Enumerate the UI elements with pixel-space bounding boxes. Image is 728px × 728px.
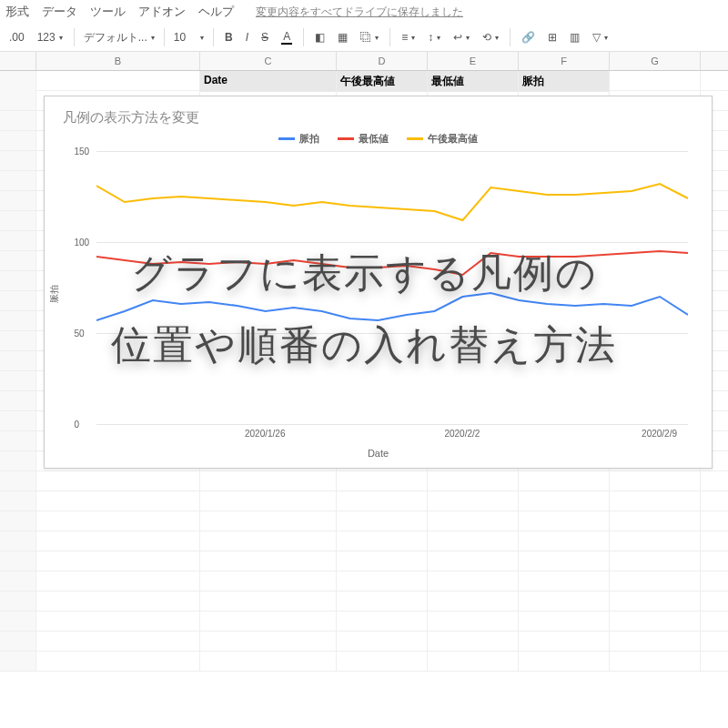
col-header[interactable]: F	[519, 52, 610, 70]
rotate-button[interactable]: ⟲▾	[477, 27, 504, 47]
save-status: 変更内容をすべてドライブに保存しました	[256, 5, 463, 20]
h-align-button[interactable]: ≡▾	[396, 27, 420, 47]
link-button[interactable]: 🔗	[516, 27, 541, 47]
chart-lines	[96, 151, 688, 424]
legend-swatch	[338, 137, 354, 140]
col-header[interactable]: D	[337, 52, 428, 70]
italic-button[interactable]: I	[240, 27, 254, 47]
cell-header-high[interactable]: 午後最高値	[337, 71, 428, 92]
separator	[164, 28, 165, 46]
table-row	[0, 491, 728, 511]
column-headers: B C D E F G H	[0, 52, 728, 71]
cell-header-low[interactable]: 最低値	[428, 71, 519, 92]
legend-swatch	[407, 137, 423, 140]
col-header[interactable]: H	[701, 52, 728, 70]
col-header[interactable]: G	[610, 52, 701, 70]
table-row	[0, 551, 728, 571]
col-header[interactable]: B	[36, 52, 200, 70]
row-number[interactable]	[0, 91, 36, 110]
table-row	[0, 652, 728, 672]
cell[interactable]	[36, 71, 200, 92]
comment-button[interactable]: ⊞	[542, 27, 562, 47]
v-align-button[interactable]: ↕▾	[422, 27, 446, 47]
decrease-decimal-button[interactable]: .00	[4, 27, 30, 47]
chart-title: 凡例の表示方法を変更	[45, 96, 712, 130]
cell[interactable]	[610, 71, 701, 92]
menu-tools[interactable]: ツール	[90, 4, 126, 20]
legend-item-high: 午後最高値	[407, 132, 478, 146]
table-row	[0, 571, 728, 592]
table-row	[0, 511, 728, 531]
font-select[interactable]: デフォルト...▾	[80, 28, 158, 47]
separator	[74, 28, 75, 46]
cell-header-date[interactable]: Date	[200, 71, 337, 92]
separator	[213, 28, 214, 46]
corner-cell[interactable]	[0, 52, 36, 70]
format-number-button[interactable]: 123▾	[32, 27, 68, 47]
menu-bar: 形式 データ ツール アドオン ヘルプ 変更内容をすべてドライブに保存しました	[0, 0, 728, 24]
sheet-area: B C D E F G H Date 午後最高値 最低値 脈拍 2020/1/2…	[0, 52, 728, 672]
cell[interactable]	[701, 71, 728, 92]
menu-data[interactable]: データ	[42, 4, 77, 20]
legend-swatch	[278, 137, 295, 140]
x-axis-label: Date	[45, 448, 712, 459]
font-size-select[interactable]: 10▾	[170, 29, 207, 46]
table-row	[0, 612, 728, 632]
toolbar: .00 123▾ デフォルト...▾ 10▾ B I S A ◧ ▦ ⿻▾ ≡▾…	[0, 24, 728, 52]
separator	[389, 28, 390, 46]
wrap-button[interactable]: ↩▾	[448, 27, 475, 47]
text-color-button[interactable]: A	[276, 26, 298, 48]
chart-legend: 脈拍 最低値 午後最高値	[45, 130, 712, 151]
table-row	[0, 632, 728, 652]
chart-button[interactable]: ▥	[564, 27, 585, 47]
menu-help[interactable]: ヘルプ	[198, 4, 234, 20]
cell-header-pulse[interactable]: 脈拍	[519, 71, 610, 92]
bold-button[interactable]: B	[219, 27, 238, 47]
borders-button[interactable]: ▦	[332, 27, 353, 47]
y-axis-label: 脈拍	[48, 285, 61, 303]
legend-item-low: 最低値	[338, 132, 389, 146]
strike-button[interactable]: S	[256, 27, 274, 47]
col-header[interactable]: E	[428, 52, 519, 70]
fill-color-button[interactable]: ◧	[309, 27, 330, 47]
col-header[interactable]: C	[200, 52, 337, 70]
menu-addons[interactable]: アドオン	[138, 4, 186, 20]
chart-plot-area: 脈拍 0501001502020/1/262020/2/22020/2/9	[69, 151, 688, 424]
separator	[510, 28, 511, 46]
menu-format[interactable]: 形式	[5, 4, 29, 20]
separator	[303, 28, 304, 46]
table-row	[0, 471, 728, 491]
chart-object[interactable]: 凡例の表示方法を変更 脈拍 最低値 午後最高値 脈拍 0501001502020…	[44, 96, 713, 469]
filter-button[interactable]: ▽▾	[587, 27, 613, 47]
row-number[interactable]	[0, 71, 36, 92]
legend-item-pulse: 脈拍	[278, 132, 319, 146]
merge-button[interactable]: ⿻▾	[355, 27, 384, 47]
table-row: Date 午後最高値 最低値 脈拍	[0, 71, 728, 91]
table-row	[0, 531, 728, 551]
table-row	[0, 592, 728, 612]
